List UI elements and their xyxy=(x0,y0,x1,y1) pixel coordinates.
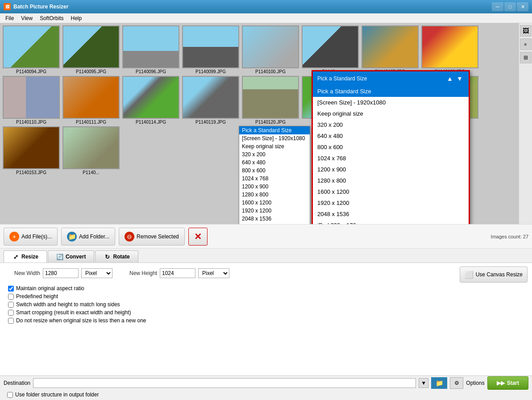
small-dropdown-item[interactable]: 2048 x 1536 xyxy=(239,215,310,223)
list-item[interactable]: P1140120.JPG xyxy=(241,76,299,125)
canvas-icon: ⬜ xyxy=(465,271,474,279)
small-dropdown-item[interactable]: 1920 x 1200 xyxy=(239,207,310,215)
new-width-input[interactable] xyxy=(43,268,79,278)
small-dropdown-item[interactable]: 640 x 480 xyxy=(239,158,310,167)
remove-selected-button[interactable]: ⊖ Remove Selected xyxy=(119,228,185,246)
small-dropdown-item[interactable]: 1600 x 1200 xyxy=(239,199,310,207)
clear-button[interactable]: ✕ xyxy=(188,228,208,246)
small-dropdown-item[interactable]: 1024 x 768 xyxy=(239,175,310,183)
grid-view-btn[interactable]: ⊞ xyxy=(520,52,532,63)
menu-view[interactable]: View xyxy=(17,14,36,22)
no-resize-small-checkbox[interactable] xyxy=(8,318,14,324)
width-unit-select[interactable]: Pixel Percent Inch CM xyxy=(81,268,112,278)
thumb-filename: P1140110.JPG xyxy=(16,120,46,125)
tab-resize[interactable]: ⤢ Resize xyxy=(4,250,47,262)
small-dropdown-item[interactable]: 800 x 600 xyxy=(239,167,310,175)
large-dropdown-item-320[interactable]: 320 x 200 xyxy=(313,119,469,130)
settings-panel: New Width Pixel Percent Inch CM New Heig… xyxy=(0,263,532,375)
small-dropdown-item[interactable]: 1200 x 900 xyxy=(239,183,310,191)
large-dropdown-item-800[interactable]: 800 x 600 xyxy=(313,142,469,153)
large-dropdown-item-screen[interactable]: [Screen Size] - 1920x1080 xyxy=(313,97,469,108)
large-dropdown-item-ipod[interactable]: iPod 220 x 176 xyxy=(313,220,469,224)
add-files-button[interactable]: + Add File(s)... xyxy=(4,228,58,246)
dropdown-expand-btn[interactable]: ▼ xyxy=(455,74,464,83)
list-item[interactable]: P1140... xyxy=(62,126,120,175)
folder-structure-checkbox[interactable] xyxy=(7,392,13,398)
list-item[interactable]: P1140095.JPG xyxy=(62,25,120,74)
thumb-filename: P1140119.JPG xyxy=(195,120,226,125)
list-item[interactable]: P1140111.JPG xyxy=(62,76,120,125)
action-toolbar: + Add File(s)... 📁 Add Folder... ⊖ Remov… xyxy=(0,224,532,249)
new-width-label: New Width xyxy=(4,270,40,276)
tab-convert[interactable]: 🔄 Convert xyxy=(48,250,94,262)
destination-input[interactable] xyxy=(33,378,416,388)
menu-help[interactable]: Help xyxy=(67,14,86,22)
list-item[interactable]: P1140... xyxy=(301,25,359,74)
smart-crop-checkbox[interactable] xyxy=(8,310,14,316)
height-unit-select[interactable]: Pixel Percent Inch CM xyxy=(198,268,229,278)
large-dropdown-item-1920[interactable]: 1920 x 1200 xyxy=(313,197,469,208)
thumbnail-image xyxy=(3,126,60,169)
large-dropdown-item-2048[interactable]: 2048 x 1536 xyxy=(313,208,469,220)
tab-convert-label: Convert xyxy=(66,254,86,260)
list-item[interactable]: P1140107.JPG xyxy=(361,25,419,74)
small-standard-size-dropdown[interactable]: Pick a Standard Size [Screen Size] - 192… xyxy=(239,126,310,224)
list-item[interactable]: P1140119.JPG xyxy=(182,76,240,125)
predefined-height-label: Predefined height xyxy=(16,293,58,300)
maximize-button[interactable]: □ xyxy=(504,2,516,11)
list-item[interactable]: P1140099.JPG xyxy=(182,25,240,74)
start-arrow-icon: ▶▶ xyxy=(497,380,505,386)
list-item[interactable]: P1140153.JPG xyxy=(2,126,60,175)
list-item[interactable]: P1140100.JPG xyxy=(241,25,299,74)
app-icon: 🖼 xyxy=(4,3,11,10)
scroll-up-button[interactable]: ▲ xyxy=(445,74,454,83)
small-dropdown-item[interactable]: 1280 x 800 xyxy=(239,191,310,199)
menu-softorbits[interactable]: SoftOrbits xyxy=(36,14,67,22)
large-dropdown-item-original[interactable]: Keep original size xyxy=(313,108,469,119)
large-dropdown-list[interactable]: Pick a Standard Size [Screen Size] - 192… xyxy=(313,86,469,224)
large-dropdown-item-pick[interactable]: Pick a Standard Size xyxy=(313,86,469,97)
thumbnail-view-btn[interactable]: 🖼 xyxy=(520,25,532,37)
start-label: Start xyxy=(507,380,519,386)
small-dropdown-item[interactable]: [Screen Size] - 1920x1080 xyxy=(239,134,310,142)
large-dropdown-item-640[interactable]: 640 x 480 xyxy=(313,130,469,142)
list-item[interactable]: P1140110.JPG xyxy=(2,76,60,125)
use-canvas-resize-button[interactable]: ⬜ Use Canvas Resize xyxy=(460,267,528,283)
switch-sides-checkbox[interactable] xyxy=(8,302,14,308)
list-item[interactable]: P1140114.JPG xyxy=(122,76,180,125)
small-dropdown-item[interactable]: Pick a Standard Size xyxy=(239,126,310,134)
small-dropdown-item[interactable]: Keep original size xyxy=(239,142,310,150)
remove-icon: ⊖ xyxy=(125,232,134,242)
list-item[interactable]: P1140108.JPG xyxy=(421,25,479,74)
small-dropdown-item[interactable]: iPod 220 x 176 xyxy=(239,223,310,224)
add-folder-button[interactable]: 📁 Add Folder... xyxy=(61,228,115,246)
large-dropdown-title: Pick a Standard Size xyxy=(317,75,367,82)
large-dropdown-item-1600[interactable]: 1600 x 1200 xyxy=(313,186,469,197)
large-standard-size-dropdown[interactable]: Pick a Standard Size ▲ ▼ Pick a Standard… xyxy=(312,70,470,224)
large-dropdown-item-1200[interactable]: 1200 x 900 xyxy=(313,164,469,175)
list-view-btn[interactable]: ≡ xyxy=(520,38,532,50)
destination-dropdown-btn[interactable]: ▼ xyxy=(419,378,428,388)
browse-folder-btn[interactable]: 📁 xyxy=(431,377,447,389)
tab-resize-label: Resize xyxy=(21,254,38,260)
small-dropdown-item[interactable]: 320 x 200 xyxy=(239,150,310,158)
tab-rotate-label: Rotate xyxy=(113,254,129,260)
minimize-button[interactable]: ─ xyxy=(492,2,503,11)
predefined-height-checkbox[interactable] xyxy=(8,294,14,300)
thumb-filename: P1140... xyxy=(83,170,99,175)
large-dropdown-item-1280[interactable]: 1280 x 800 xyxy=(313,175,469,186)
menu-file[interactable]: File xyxy=(2,14,17,22)
new-height-input[interactable] xyxy=(160,268,195,278)
thumbnail-image xyxy=(242,76,299,119)
tab-rotate[interactable]: ↻ Rotate xyxy=(95,250,138,262)
list-item[interactable]: P1140094.JPG xyxy=(2,25,60,74)
close-button[interactable]: ✕ xyxy=(517,2,528,11)
list-item[interactable]: P1140096.JPG xyxy=(122,25,180,74)
thumb-filename: P1140096.JPG xyxy=(136,69,166,74)
large-dropdown-item-1024[interactable]: 1024 x 768 xyxy=(313,153,469,164)
thumbnail-image xyxy=(3,76,60,119)
checkbox-switch-sides: Switch width and height to match long si… xyxy=(4,301,528,308)
maintain-aspect-checkbox[interactable] xyxy=(8,286,14,292)
options-gear-btn[interactable]: ⚙ xyxy=(450,377,463,389)
start-button[interactable]: ▶▶ Start xyxy=(487,376,528,390)
